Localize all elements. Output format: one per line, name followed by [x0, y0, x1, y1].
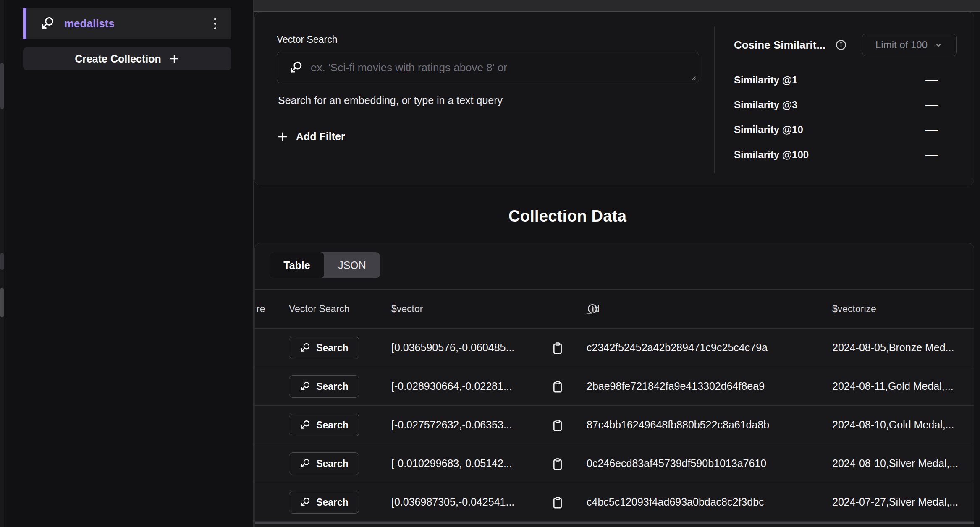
plus-icon: [277, 131, 288, 143]
clipboard-icon: [551, 380, 566, 394]
search-button-label: Search: [316, 342, 349, 354]
id-value: 87c4bb16249648fb880b522c8a61da8b: [587, 406, 769, 444]
id-info-icon[interactable]: [587, 290, 598, 328]
left-edge-scrollbar: [0, 0, 4, 527]
vector-value: [0.036590576,-0.060485...: [391, 329, 514, 367]
search-button-label: Search: [316, 420, 349, 431]
copy-button[interactable]: [551, 457, 566, 472]
vector-search-icon: [300, 342, 311, 353]
sidebar-item-medalists[interactable]: medalists: [23, 8, 231, 39]
similarity-label: Similarity @100: [734, 149, 809, 161]
similarity-value: —: [925, 153, 938, 157]
similarity-row: Similarity @3 —: [734, 97, 938, 112]
create-collection-button[interactable]: Create Collection: [23, 47, 231, 70]
clipboard-icon: [551, 457, 566, 471]
vector-search-icon: [40, 16, 55, 31]
vectorize-value: 2024-07-27,Silver Medal,...: [832, 483, 958, 521]
section-divider: [714, 26, 715, 173]
cosine-similarity-title: Cosine Similarit...: [734, 39, 825, 52]
scrollbar-segment: [0, 253, 4, 270]
table-row: Search [0.036590576,-0.060485... c2342f5…: [255, 329, 974, 367]
collection-data-panel: Table JSON re Vector Search $vector _id: [254, 243, 974, 527]
id-value: 2bae98fe721842fa9e413302d64f8ea9: [587, 367, 765, 405]
row-search-button[interactable]: Search: [289, 375, 359, 398]
copy-button[interactable]: [551, 495, 566, 510]
kebab-icon: [214, 18, 216, 20]
vector-value: [0.036987305,-0.042541...: [391, 483, 514, 521]
similarity-row: Similarity @10 —: [734, 122, 938, 137]
similarity-row: Similarity @1 —: [734, 73, 938, 88]
vector-value: [-0.028930664,-0.02281...: [391, 367, 512, 405]
chevron-down-icon: [933, 40, 943, 50]
limit-dropdown-value: Limit of 100: [875, 39, 928, 51]
clipboard-icon: [551, 419, 566, 432]
column-header-truncated: re: [257, 290, 265, 328]
view-toggle: Table JSON: [270, 252, 380, 278]
app-window: medalists Create Collection Vector Searc…: [0, 0, 980, 527]
row-search-button[interactable]: Search: [289, 491, 359, 514]
resize-grip-icon[interactable]: [689, 74, 696, 81]
vector-search-icon: [300, 458, 311, 469]
active-indicator: [23, 8, 26, 39]
row-search-button[interactable]: Search: [289, 452, 359, 475]
add-filter-label: Add Filter: [296, 130, 345, 143]
collections-sidebar: medalists Create Collection: [4, 0, 253, 527]
table-row: Search [0.036987305,-0.042541... c4bc5c1…: [255, 483, 974, 522]
vectorize-value: 2024-08-10,Gold Medal,...: [832, 406, 954, 444]
add-filter-button[interactable]: Add Filter: [277, 130, 345, 143]
clipboard-icon: [551, 342, 566, 355]
main-content: Vector Search ex. 'Sci-fi movies with ra…: [253, 0, 980, 527]
scrollbar-segment: [0, 288, 4, 317]
similarity-value: —: [925, 103, 938, 107]
tab-table[interactable]: Table: [270, 252, 324, 278]
similarity-value: —: [925, 128, 938, 132]
collection-menu-button[interactable]: [212, 16, 219, 32]
vector-search-icon: [300, 420, 311, 430]
search-helper-text: Search for an embedding, or type in a te…: [278, 94, 503, 107]
copy-button[interactable]: [551, 418, 566, 433]
similarity-label: Similarity @3: [734, 99, 797, 111]
copy-button[interactable]: [551, 379, 566, 394]
clipboard-icon: [551, 496, 566, 509]
vectorize-value: 2024-08-11,Gold Medal,...: [832, 367, 954, 405]
vector-search-input[interactable]: ex. 'Sci-fi movies with ratings above 8'…: [277, 52, 699, 83]
vector-search-icon: [300, 381, 311, 392]
scrollbar-segment: [0, 63, 4, 109]
create-collection-label: Create Collection: [75, 53, 161, 65]
similarity-label: Similarity @1: [734, 74, 797, 86]
info-icon[interactable]: [835, 39, 847, 51]
tab-json[interactable]: JSON: [324, 252, 380, 278]
vector-value: [-0.010299683,-0.05142...: [391, 444, 512, 483]
vector-search-icon: [300, 497, 311, 508]
cosine-similarity-panel: Cosine Similarit... Limit of 100: [734, 12, 964, 185]
table-row: Search [-0.028930664,-0.02281... 2bae98f…: [255, 367, 974, 406]
partial-row: [255, 524, 974, 527]
search-button-label: Search: [316, 381, 349, 392]
collection-data-title: Collection Data: [508, 207, 626, 225]
search-button-label: Search: [316, 497, 349, 508]
column-header-vectorize: $vectorize: [832, 290, 876, 328]
table-row: Search [-0.027572632,-0.06353... 87c4bb1…: [255, 406, 974, 444]
similarity-row: Similarity @100 —: [734, 147, 938, 162]
limit-dropdown[interactable]: Limit of 100: [862, 34, 957, 56]
similarity-value: —: [925, 78, 938, 82]
top-bar: [254, 0, 980, 12]
plus-icon: [169, 53, 180, 64]
search-input-placeholder: ex. 'Sci-fi movies with ratings above 8'…: [311, 61, 507, 74]
table-header: re Vector Search $vector _id $vectorize: [255, 289, 974, 329]
vector-search-icon: [289, 60, 303, 75]
id-value: c2342f52452a42b289471c9c25c4c79a: [587, 329, 768, 367]
id-value: c4bc5c12093f4ad693a0bdac8c2f3dbc: [587, 483, 764, 521]
vector-search-label: Vector Search: [277, 34, 337, 45]
copy-button[interactable]: [551, 341, 566, 356]
column-header-vector-search: Vector Search: [289, 290, 349, 328]
collection-name: medalists: [64, 17, 115, 30]
row-search-button[interactable]: Search: [289, 414, 359, 436]
similarity-label: Similarity @10: [734, 124, 803, 136]
vectorize-value: 2024-08-10,Silver Medal,...: [832, 444, 958, 483]
vector-search-panel: Vector Search ex. 'Sci-fi movies with ra…: [254, 12, 974, 185]
table-row: Search [-0.010299683,-0.05142... 0c246ec…: [255, 444, 974, 483]
search-button-label: Search: [316, 458, 349, 470]
column-header-vector: $vector: [391, 290, 423, 328]
row-search-button[interactable]: Search: [289, 337, 359, 359]
